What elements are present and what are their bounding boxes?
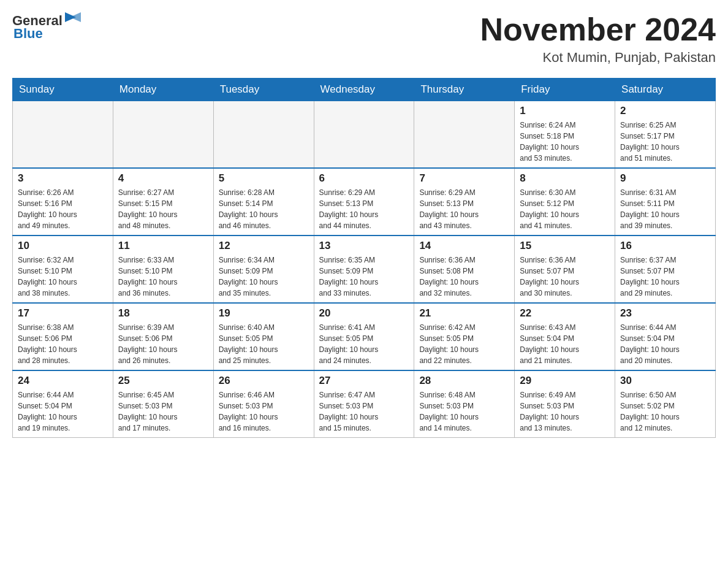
day-number: 19 <box>219 307 309 320</box>
day-number: 17 <box>18 307 108 320</box>
calendar-cell: 8Sunrise: 6:30 AM Sunset: 5:12 PM Daylig… <box>515 168 615 236</box>
weekday-header-thursday: Thursday <box>414 79 515 101</box>
calendar-cell: 2Sunrise: 6:25 AM Sunset: 5:17 PM Daylig… <box>615 101 716 169</box>
day-info: Sunrise: 6:26 AM Sunset: 5:16 PM Dayligh… <box>18 187 108 231</box>
calendar-cell <box>314 101 414 169</box>
day-info: Sunrise: 6:33 AM Sunset: 5:10 PM Dayligh… <box>118 255 208 299</box>
day-info: Sunrise: 6:48 AM Sunset: 5:03 PM Dayligh… <box>419 389 509 434</box>
day-info: Sunrise: 6:38 AM Sunset: 5:06 PM Dayligh… <box>18 322 108 366</box>
calendar-cell: 15Sunrise: 6:36 AM Sunset: 5:07 PM Dayli… <box>515 236 615 303</box>
day-info: Sunrise: 6:36 AM Sunset: 5:07 PM Dayligh… <box>520 255 610 299</box>
weekday-header-tuesday: Tuesday <box>213 79 314 101</box>
day-number: 12 <box>219 240 309 252</box>
calendar-cell: 17Sunrise: 6:38 AM Sunset: 5:06 PM Dayli… <box>13 303 113 370</box>
calendar-cell: 18Sunrise: 6:39 AM Sunset: 5:06 PM Dayli… <box>113 303 213 370</box>
day-number: 1 <box>520 105 610 117</box>
day-info: Sunrise: 6:46 AM Sunset: 5:03 PM Dayligh… <box>219 389 309 434</box>
day-info: Sunrise: 6:44 AM Sunset: 5:04 PM Dayligh… <box>18 389 108 434</box>
calendar-cell: 26Sunrise: 6:46 AM Sunset: 5:03 PM Dayli… <box>213 370 314 438</box>
day-info: Sunrise: 6:31 AM Sunset: 5:11 PM Dayligh… <box>620 187 710 231</box>
calendar-cell: 1Sunrise: 6:24 AM Sunset: 5:18 PM Daylig… <box>515 101 615 169</box>
calendar-week-4: 17Sunrise: 6:38 AM Sunset: 5:06 PM Dayli… <box>13 303 716 370</box>
day-number: 30 <box>620 375 710 387</box>
calendar-cell <box>414 101 515 169</box>
calendar-cell: 12Sunrise: 6:34 AM Sunset: 5:09 PM Dayli… <box>213 236 314 303</box>
calendar-cell: 9Sunrise: 6:31 AM Sunset: 5:11 PM Daylig… <box>615 168 716 236</box>
calendar-week-2: 3Sunrise: 6:26 AM Sunset: 5:16 PM Daylig… <box>13 168 716 236</box>
title-block: November 2024 Kot Mumin, Punjab, Pakista… <box>480 12 716 66</box>
weekday-header-saturday: Saturday <box>615 79 716 101</box>
day-number: 10 <box>18 240 108 252</box>
day-info: Sunrise: 6:34 AM Sunset: 5:09 PM Dayligh… <box>219 255 309 299</box>
day-number: 20 <box>319 307 409 320</box>
calendar-cell: 21Sunrise: 6:42 AM Sunset: 5:05 PM Dayli… <box>414 303 515 370</box>
day-info: Sunrise: 6:45 AM Sunset: 5:03 PM Dayligh… <box>118 389 208 434</box>
day-info: Sunrise: 6:29 AM Sunset: 5:13 PM Dayligh… <box>419 187 509 231</box>
calendar-cell: 27Sunrise: 6:47 AM Sunset: 5:03 PM Dayli… <box>314 370 414 438</box>
day-number: 2 <box>620 105 710 117</box>
logo-blue-text: Blue <box>13 26 43 42</box>
calendar-cell: 23Sunrise: 6:44 AM Sunset: 5:04 PM Dayli… <box>615 303 716 370</box>
day-info: Sunrise: 6:49 AM Sunset: 5:03 PM Dayligh… <box>520 389 610 434</box>
day-number: 6 <box>319 172 409 185</box>
day-number: 4 <box>118 172 208 185</box>
weekday-header-sunday: Sunday <box>13 79 113 101</box>
day-number: 18 <box>118 307 208 320</box>
page-header: General Blue November 2024 Kot Mumin, Pu… <box>12 12 716 66</box>
calendar-week-5: 24Sunrise: 6:44 AM Sunset: 5:04 PM Dayli… <box>13 370 716 438</box>
calendar-cell: 7Sunrise: 6:29 AM Sunset: 5:13 PM Daylig… <box>414 168 515 236</box>
calendar-cell: 3Sunrise: 6:26 AM Sunset: 5:16 PM Daylig… <box>13 168 113 236</box>
day-number: 26 <box>219 375 309 387</box>
calendar-cell: 19Sunrise: 6:40 AM Sunset: 5:05 PM Dayli… <box>213 303 314 370</box>
day-info: Sunrise: 6:29 AM Sunset: 5:13 PM Dayligh… <box>319 187 409 231</box>
day-info: Sunrise: 6:32 AM Sunset: 5:10 PM Dayligh… <box>18 255 108 299</box>
day-info: Sunrise: 6:39 AM Sunset: 5:06 PM Dayligh… <box>118 322 208 366</box>
day-info: Sunrise: 6:35 AM Sunset: 5:09 PM Dayligh… <box>319 255 409 299</box>
calendar-cell: 13Sunrise: 6:35 AM Sunset: 5:09 PM Dayli… <box>314 236 414 303</box>
day-number: 8 <box>520 172 610 185</box>
calendar-subtitle: Kot Mumin, Punjab, Pakistan <box>480 50 716 66</box>
day-number: 3 <box>18 172 108 185</box>
day-number: 15 <box>520 240 610 252</box>
calendar-cell: 30Sunrise: 6:50 AM Sunset: 5:02 PM Dayli… <box>615 370 716 438</box>
calendar-cell: 22Sunrise: 6:43 AM Sunset: 5:04 PM Dayli… <box>515 303 615 370</box>
calendar-cell: 16Sunrise: 6:37 AM Sunset: 5:07 PM Dayli… <box>615 236 716 303</box>
day-info: Sunrise: 6:25 AM Sunset: 5:17 PM Dayligh… <box>620 120 710 164</box>
day-number: 7 <box>419 172 509 185</box>
day-number: 27 <box>319 375 409 387</box>
calendar-title: November 2024 <box>480 12 716 47</box>
day-number: 24 <box>18 375 108 387</box>
day-number: 25 <box>118 375 208 387</box>
day-number: 13 <box>319 240 409 252</box>
calendar-cell: 20Sunrise: 6:41 AM Sunset: 5:05 PM Dayli… <box>314 303 414 370</box>
logo-flag-icon <box>65 12 81 29</box>
calendar-cell: 24Sunrise: 6:44 AM Sunset: 5:04 PM Dayli… <box>13 370 113 438</box>
day-info: Sunrise: 6:30 AM Sunset: 5:12 PM Dayligh… <box>520 187 610 231</box>
day-number: 14 <box>419 240 509 252</box>
day-info: Sunrise: 6:43 AM Sunset: 5:04 PM Dayligh… <box>520 322 610 366</box>
day-number: 16 <box>620 240 710 252</box>
calendar-cell: 4Sunrise: 6:27 AM Sunset: 5:15 PM Daylig… <box>113 168 213 236</box>
calendar-cell: 29Sunrise: 6:49 AM Sunset: 5:03 PM Dayli… <box>515 370 615 438</box>
day-number: 21 <box>419 307 509 320</box>
calendar-cell: 28Sunrise: 6:48 AM Sunset: 5:03 PM Dayli… <box>414 370 515 438</box>
calendar-cell: 11Sunrise: 6:33 AM Sunset: 5:10 PM Dayli… <box>113 236 213 303</box>
day-info: Sunrise: 6:37 AM Sunset: 5:07 PM Dayligh… <box>620 255 710 299</box>
day-number: 29 <box>520 375 610 387</box>
day-number: 9 <box>620 172 710 185</box>
day-number: 23 <box>620 307 710 320</box>
day-info: Sunrise: 6:40 AM Sunset: 5:05 PM Dayligh… <box>219 322 309 366</box>
calendar-cell <box>113 101 213 169</box>
day-info: Sunrise: 6:44 AM Sunset: 5:04 PM Dayligh… <box>620 322 710 366</box>
calendar-cell <box>213 101 314 169</box>
day-info: Sunrise: 6:27 AM Sunset: 5:15 PM Dayligh… <box>118 187 208 231</box>
day-number: 22 <box>520 307 610 320</box>
day-info: Sunrise: 6:24 AM Sunset: 5:18 PM Dayligh… <box>520 120 610 164</box>
calendar-cell: 10Sunrise: 6:32 AM Sunset: 5:10 PM Dayli… <box>13 236 113 303</box>
calendar-week-3: 10Sunrise: 6:32 AM Sunset: 5:10 PM Dayli… <box>13 236 716 303</box>
day-number: 11 <box>118 240 208 252</box>
day-number: 28 <box>419 375 509 387</box>
day-number: 5 <box>219 172 309 185</box>
calendar-week-1: 1Sunrise: 6:24 AM Sunset: 5:18 PM Daylig… <box>13 101 716 169</box>
weekday-header-friday: Friday <box>515 79 615 101</box>
